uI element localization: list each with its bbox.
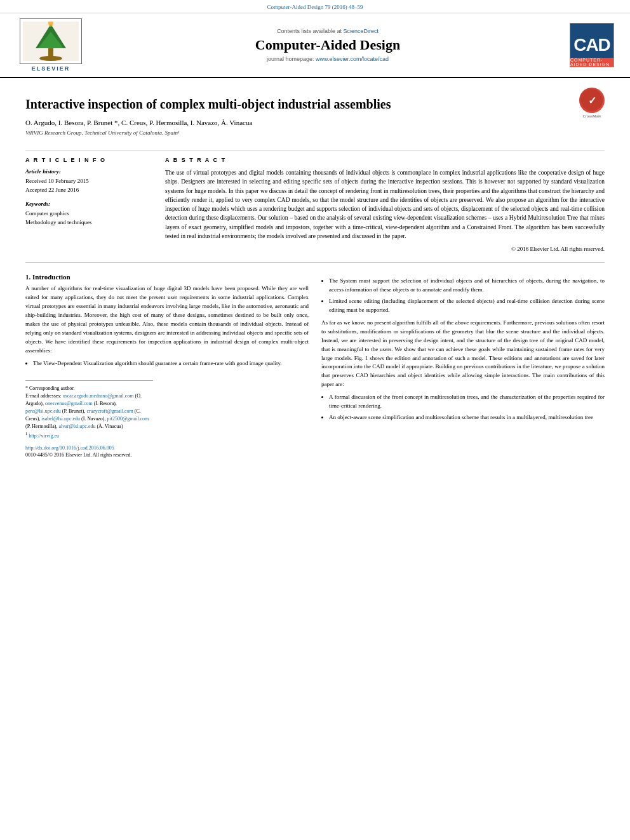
bullet-item-3: Limited scene editing (including displac… [329,297,605,315]
contrib-bullet-1: A formal discussion of the front concept… [329,393,605,411]
contrib-bullet-2: An object-aware scene simplification and… [329,413,605,422]
crossmark-badge[interactable]: ✓ CrossMark [579,88,605,118]
abstract-heading: A B S T R A C T [165,157,605,163]
email-link-2[interactable]: onesvenus@gmail.com [45,401,93,406]
accepted-date: Accepted 22 June 2016 [25,186,152,195]
keywords-label: Keywords: [25,201,152,207]
cad-logo: CAD COMPUTER-AIDED DESIGN [570,23,614,67]
email-link-7[interactable]: alvar@lsi.upc.edu [58,423,95,429]
footer-links: http://dx.doi.org/10.1016/j.cad.2016.06.… [25,445,153,458]
divider-2 [25,262,605,263]
intro-section-title: 1. Introduction [25,273,309,281]
email-link-4[interactable]: crazycraft@gmail.com [86,408,133,414]
main-content: Interactive inspection of complex multi-… [0,78,630,470]
sciencedirect-link[interactable]: ScienceDirect [344,28,379,34]
journal-header: ELSEVIER Contents lists available at Sci… [0,13,630,78]
doi-link[interactable]: http://dx.doi.org/10.1016/j.cad.2016.06.… [25,445,153,451]
body-content: 1. Introduction A number of algorithms f… [25,273,605,458]
journal-center-info: Contents lists available at ScienceDirec… [89,28,566,62]
svg-text:✓: ✓ [588,95,596,106]
cad-logo-area: CAD COMPUTER-AIDED DESIGN [566,23,617,67]
abstract-text: The use of virtual prototypes and digita… [165,168,605,241]
intro-paragraph-2: As far as we know, no present algorithm … [321,319,605,390]
elsevier-logo-area: ELSEVIER [13,18,89,72]
journal-homepage-link[interactable]: www.elsevier.com/locate/cad [316,56,389,62]
svg-point-4 [39,56,62,61]
article-columns: A R T I C L E I N F O Article history: R… [25,157,605,252]
crossmark-icon: ✓ [579,88,605,113]
email-link-5[interactable]: isabel@lsi.upc.edu [41,416,80,422]
elsevier-label: ELSEVIER [32,65,70,72]
contributions-list: A formal discussion of the front concept… [329,393,605,422]
paper-title: Interactive inspection of complex multi-… [25,96,570,112]
right-requirements-list: The System must support the selection of… [329,277,605,315]
elsevier-tree-icon [23,22,79,61]
footer-copyright: 0010-4485/© 2016 Elsevier Ltd. All right… [25,452,153,458]
article-info-heading: A R T I C L E I N F O [25,157,152,163]
abstract-column: A B S T R A C T The use of virtual proto… [165,157,605,252]
corresponding-author-note: * Corresponding author. [25,385,153,392]
title-area: Interactive inspection of complex multi-… [25,84,605,143]
cad-logo-text: CAD [573,35,610,55]
crossmark-label: CrossMark [579,114,605,118]
footnote-1: 1 http://virvig.eu [25,430,153,440]
bullet-item-2: The System must support the selection of… [329,277,605,295]
keyword-1: Computer graphics [25,209,152,218]
affiliation: ViRVIG Research Group, Technical Univers… [25,130,570,136]
body-left-column: 1. Introduction A number of algorithms f… [25,273,309,458]
email-link-1[interactable]: oscar.argudo.medrano@gmail.com [63,393,134,399]
copyright-line: © 2016 Elsevier Ltd. All rights reserved… [165,246,605,252]
article-info-column: A R T I C L E I N F O Article history: R… [25,157,152,252]
intro-paragraph-1: A number of algorithms for real-time vis… [25,284,309,356]
body-right-column: The System must support the selection of… [321,273,605,458]
journal-title: Computer-Aided Design [89,37,566,53]
bullet-item-1: The View-Dependent Visualization algorit… [33,359,309,368]
authors-line: O. Argudo, I. Besora, P. Brunet *, C. Cr… [25,119,570,126]
email-addresses-note: E-mail addresses: oscar.argudo.medrano@g… [25,392,153,430]
article-history-label: Article history: [25,168,152,175]
received-date: Received 10 February 2015 [25,177,152,186]
requirements-list: The View-Dependent Visualization algorit… [33,359,309,368]
divider-1 [25,150,605,150]
email-link-3[interactable]: pere@lsi.upc.edu [25,408,61,414]
email-link-6[interactable]: pit2500@gmail.com [107,416,149,422]
footnote-section: * Corresponding author. E-mail addresses… [25,380,153,458]
virvig-link[interactable]: http://virvig.eu [29,433,59,439]
keyword-2: Methodology and techniques [25,218,152,227]
journal-top-bar: Computer-Aided Design 79 (2016) 48–59 [0,0,630,13]
